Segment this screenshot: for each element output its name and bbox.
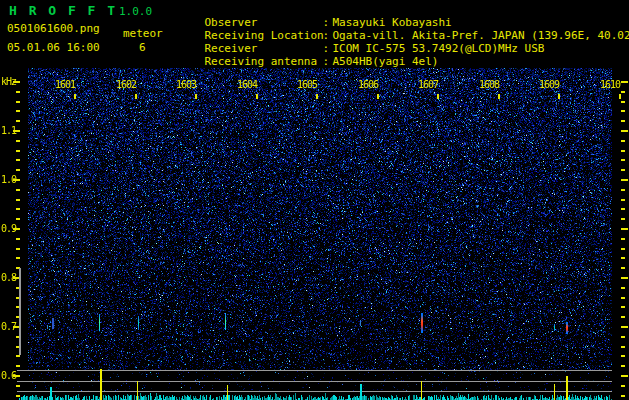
y-axis-tick-right (621, 208, 625, 210)
y-axis-tick (16, 199, 20, 201)
amplitude-spike (227, 385, 228, 400)
x-axis-label: 1603 (172, 79, 196, 90)
y-axis-tick (16, 208, 20, 210)
x-axis-tick (74, 94, 76, 99)
y-axis-tick-right (621, 159, 625, 161)
y-axis-tick-right (621, 120, 625, 122)
y-axis-tick-right (621, 355, 625, 357)
y-axis-tick-right (621, 306, 625, 308)
meteor-echo (52, 318, 54, 329)
y-axis-label: 1.0 (0, 174, 16, 185)
y-axis-label: 0.7 (0, 321, 16, 332)
y-axis-tick-right (621, 189, 625, 191)
y-axis-tick-right (621, 365, 625, 367)
x-axis-label: 1608 (475, 79, 499, 90)
amplitude-spike (360, 384, 362, 400)
meteor-echo (47, 325, 48, 329)
y-axis-label: 0.9 (0, 223, 16, 234)
y-axis-tick-right (621, 140, 625, 142)
y-axis-tick (16, 150, 20, 152)
y-axis-tick (16, 110, 20, 112)
meteor-echo (225, 314, 226, 330)
y-axis-tick (16, 169, 20, 171)
x-axis-tick (316, 94, 318, 99)
y-axis-tick-right (621, 316, 625, 318)
amplitude-spike (554, 384, 555, 400)
meteor-echo (360, 320, 361, 326)
y-axis-tick-right (621, 257, 625, 259)
x-axis-label: 1601 (51, 79, 75, 90)
y-axis-tick-right (621, 91, 625, 93)
y-axis-tick-right (621, 267, 625, 269)
y-axis-tick (16, 189, 20, 191)
y-axis-tick (16, 355, 20, 357)
y-axis-tick-right (621, 130, 628, 132)
meteor-echo (421, 313, 423, 333)
x-axis-label: 1610 (596, 79, 620, 90)
y-axis-tick-right (621, 326, 628, 328)
y-axis-tick-right (621, 346, 625, 348)
y-axis-tick-right (621, 297, 625, 299)
signal-scale-bar (19, 268, 21, 355)
y-axis-tick-right (621, 101, 625, 103)
x-axis-tick (135, 94, 137, 99)
y-axis-label: kHz (0, 76, 16, 87)
y-axis-tick (16, 91, 20, 93)
x-axis-tick (619, 94, 621, 99)
y-axis-tick-right (621, 375, 628, 377)
y-axis-tick-right (621, 395, 625, 397)
y-axis-tick-right (621, 179, 628, 181)
y-axis-tick (16, 385, 20, 387)
x-axis-label: 1605 (293, 79, 317, 90)
y-axis-label: 1.1 (0, 125, 16, 136)
amplitude-spike (137, 381, 138, 400)
x-axis-label: 1602 (112, 79, 136, 90)
y-axis-tick (16, 159, 20, 161)
x-axis-tick (498, 94, 500, 99)
y-axis-tick-right (621, 81, 628, 83)
y-axis-tick-right (621, 150, 625, 152)
y-axis-tick (16, 120, 20, 122)
y-axis-label: 0.8 (0, 272, 16, 283)
y-axis-tick (16, 218, 20, 220)
y-axis-tick (16, 248, 20, 250)
y-axis-tick-right (621, 277, 628, 279)
y-axis-tick-right (621, 218, 625, 220)
amplitude-spike (566, 376, 568, 400)
x-axis-label: 1609 (535, 79, 559, 90)
x-axis-tick (256, 94, 258, 99)
y-axis-tick-right (621, 199, 625, 201)
level-grid-line (17, 370, 612, 371)
level-grid-line (17, 391, 612, 392)
y-axis-tick-right (621, 110, 625, 112)
y-axis-tick (16, 238, 20, 240)
y-axis-tick (16, 101, 20, 103)
y-axis-tick-right (621, 287, 625, 289)
meteor-echo (554, 324, 555, 331)
y-axis-tick (16, 257, 20, 259)
x-axis-tick (558, 94, 560, 99)
x-axis-label: 1607 (414, 79, 438, 90)
level-grid-line (17, 381, 612, 382)
y-axis-tick (16, 395, 20, 397)
y-axis-tick-right (621, 169, 625, 171)
x-axis-tick (195, 94, 197, 99)
x-axis-tick (377, 94, 379, 99)
y-axis-tick-right (621, 228, 628, 230)
x-axis-tick (437, 94, 439, 99)
y-axis-tick (16, 140, 20, 142)
x-axis-label: 1604 (233, 79, 257, 90)
y-axis-tick-right (621, 336, 625, 338)
y-axis-tick (16, 365, 20, 367)
y-axis-tick-right (621, 238, 625, 240)
meteor-echo (99, 314, 100, 331)
amplitude-spike (421, 381, 422, 400)
hrofft-screenshot: H R O F F T 1.0.0 0501061600.png meteor … (0, 0, 629, 400)
y-axis-tick-right (621, 248, 625, 250)
meteor-echo (138, 316, 139, 330)
amplitude-spike (50, 387, 52, 400)
amplitude-spike (100, 369, 102, 400)
y-axis-label: 0.6 (0, 370, 16, 381)
plot-overlays: kHz1.11.00.90.80.70.61601160216031604160… (0, 0, 629, 400)
y-axis-tick-right (621, 385, 625, 387)
